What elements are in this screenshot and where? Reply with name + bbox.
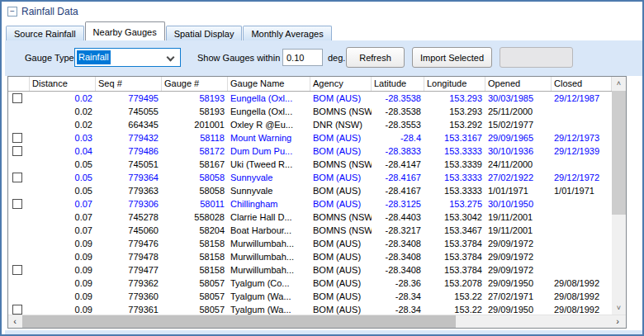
table-row[interactable]: 0.0274505558193Eungella (Oxl...BOMNS (NS… [8, 105, 612, 118]
cell-closed: 29/12/1987 [552, 92, 612, 105]
cell-name: Sunnyvale [228, 184, 310, 197]
cell-lon: 153.3333 [424, 144, 485, 158]
cell-agency: BOM (AUS) [310, 144, 372, 158]
table-row[interactable]: 0.0977936158057Tyalgum (Wa...BOM (AUS)-2… [8, 303, 612, 315]
cell-name: Uki (Tweed R... [228, 158, 310, 171]
column-header[interactable]: Longitude [424, 77, 485, 91]
row-checkbox[interactable] [12, 93, 22, 103]
table-row[interactable]: 0.0977947858158Murwillumbah...BOM (AUS)-… [8, 250, 612, 263]
cell-lon: 153.3333 [424, 184, 485, 197]
cell-lon: 153.22 [424, 303, 485, 315]
cell-opened: 30/10/1936 [485, 144, 552, 158]
cell-lat: -28.3553 [372, 118, 424, 131]
cell-seq: 779364 [96, 171, 162, 184]
tab-spatial-display[interactable]: Spatial Display [166, 26, 243, 40]
cell-lon: 153.2078 [424, 277, 485, 290]
horizontal-scroll-thumb[interactable] [22, 315, 456, 328]
tab-source-rainfall[interactable]: Source Rainfall [6, 26, 84, 40]
vertical-scroll-thumb[interactable] [612, 91, 626, 215]
cell-seq: 745051 [96, 158, 162, 171]
table-row[interactable]: 0.02664345201001Oxley R @Eu...DNR (NSW)-… [8, 118, 612, 131]
cell-gauge: 58011 [162, 197, 228, 211]
panel-header: − Rainfall Data [7, 4, 78, 19]
cell-name: Eungella (Oxl... [228, 92, 310, 105]
row-checkbox[interactable] [12, 146, 22, 156]
table-row[interactable]: 0.07745278558028Clarrie Hall D...BOMNS (… [8, 211, 612, 224]
scroll-right-icon[interactable]: › [611, 315, 624, 329]
tab-nearby-gauges[interactable]: Nearby Gauges [85, 21, 165, 40]
row-checkbox[interactable] [12, 265, 22, 275]
table-row[interactable]: 0.0277949558193Eungella (Oxl...BOM (AUS)… [8, 92, 612, 105]
cell-seq: 745060 [96, 224, 162, 237]
table-row[interactable]: 0.0977936258057Tyalgum (Co...BOM (AUS)-2… [8, 277, 612, 290]
table-row[interactable]: 0.0477948658172Dum Dum Pu...BOM (AUS)-28… [8, 144, 612, 158]
cell-lat: -28.3833 [372, 144, 424, 158]
import-selected-button[interactable]: Import Selected [412, 47, 492, 68]
table-row[interactable]: 0.0577936358058SunnyvaleBOM (AUS)-28.416… [8, 184, 612, 197]
horizontal-scrollbar[interactable]: ‹ › [8, 315, 626, 328]
cell-seq: 779361 [96, 303, 162, 315]
cell-agency: BOMNS (NSW) [310, 211, 372, 224]
table-row[interactable]: 0.0977947658158Murwillumbah...BOM (AUS)-… [8, 237, 612, 250]
scroll-up-icon[interactable]: ˄ [612, 77, 626, 90]
cell-gauge: 58193 [162, 92, 228, 105]
column-header[interactable]: Distance [30, 77, 96, 91]
cell-name: Sunnyvale [228, 171, 310, 184]
cell-opened: 19/11/2001 [485, 224, 552, 237]
table-row[interactable]: 0.0777930658011ChillinghamBOM (AUS)-28.3… [8, 197, 612, 211]
column-header[interactable]: Latitude [372, 77, 424, 91]
checkbox-cell [8, 290, 30, 303]
row-checkbox[interactable] [12, 199, 22, 209]
cell-agency: BOM (AUS) [310, 290, 372, 303]
column-header[interactable]: Opened [485, 77, 552, 91]
cell-closed [552, 250, 612, 263]
tab-monthly-averages[interactable]: Monthly Averages [243, 26, 331, 40]
cell-gauge: 58193 [162, 105, 228, 118]
scroll-left-icon[interactable]: ‹ [8, 315, 21, 329]
refresh-button[interactable]: Refresh [346, 47, 405, 68]
cell-distance: 0.03 [30, 131, 96, 144]
table-row[interactable]: 0.0574505158167Uki (Tweed R...BOMNS (NSW… [8, 158, 612, 171]
cell-lon: 153.3333 [424, 171, 485, 184]
cell-name: Murwillumbah... [228, 263, 310, 277]
cell-agency: BOMNS (NSW) [310, 224, 372, 237]
row-checkbox[interactable] [12, 173, 22, 182]
table-row[interactable]: 0.0977947758158Murwillumbah...BOM (AUS)-… [8, 263, 612, 277]
cell-lon: 153.3467 [424, 224, 485, 237]
cell-gauge: 201001 [162, 118, 228, 131]
table-row[interactable]: 0.0577936458058SunnyvaleBOM (AUS)-28.416… [8, 171, 612, 184]
cell-distance: 0.09 [30, 290, 96, 303]
row-checkbox[interactable] [12, 133, 22, 143]
table-row[interactable]: 0.0977936058057Tyalgum (Wa...BOM (AUS)-2… [8, 290, 612, 303]
scroll-down-icon[interactable]: ˅ [612, 301, 626, 315]
cell-gauge: 58204 [162, 224, 228, 237]
vertical-scrollbar[interactable]: ˄ ˅ [612, 77, 626, 315]
cell-gauge: 58058 [162, 184, 228, 197]
column-header[interactable]: Seq # [96, 77, 162, 91]
cell-gauge: 58167 [162, 158, 228, 171]
distance-input[interactable] [282, 49, 323, 66]
column-header[interactable]: Gauge Name [228, 77, 310, 91]
cell-closed [552, 158, 612, 171]
table-row[interactable]: 0.0377943258118Mount WarningBOM (AUS)-28… [8, 131, 612, 144]
checkbox-cell [8, 131, 30, 144]
cell-gauge: 558028 [162, 211, 228, 224]
checkbox-cell [8, 263, 30, 277]
column-header[interactable]: Agency [310, 77, 372, 91]
cell-lat: -28.3538 [372, 92, 424, 105]
gauge-table: DistanceSeq #Gauge #Gauge NameAgencyLati… [7, 76, 627, 329]
tab-bar: Source Rainfall Nearby Gauges Spatial Di… [6, 21, 333, 40]
table-row[interactable]: 0.0774506058204Boat Harbour...BOMNS (NSW… [8, 224, 612, 237]
cell-name: Tyalgum (Co... [228, 277, 310, 290]
cell-name: Clarrie Hall D... [228, 211, 310, 224]
checkbox-cell [8, 171, 30, 184]
gauge-type-dropdown[interactable]: Rainfall [74, 48, 181, 67]
cell-agency: BOM (AUS) [310, 237, 372, 250]
row-checkbox[interactable] [12, 305, 22, 315]
column-header[interactable]: Closed [552, 77, 612, 91]
column-header[interactable]: Gauge # [162, 77, 228, 91]
cell-agency: BOM (AUS) [310, 277, 372, 290]
cell-lat: -28.3408 [372, 237, 424, 250]
table-body: 0.0277949558193Eungella (Oxl...BOM (AUS)… [8, 92, 612, 315]
collapse-icon[interactable]: − [7, 7, 17, 17]
